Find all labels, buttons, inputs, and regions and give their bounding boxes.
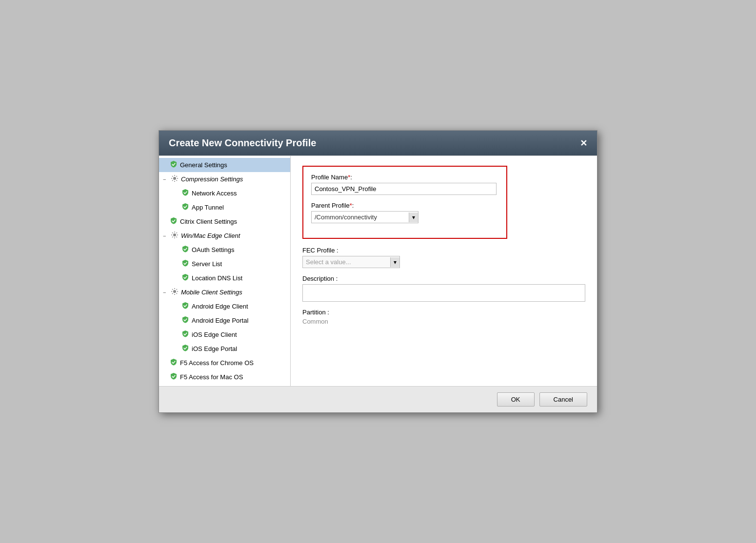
svg-point-1: [173, 233, 176, 236]
green-shield-icon: [181, 330, 192, 339]
green-shield-icon: [181, 245, 192, 254]
nav-item-label-f5-chrome-os: F5 Access for Chrome OS: [180, 359, 254, 367]
svg-point-0: [173, 177, 176, 180]
dialog-footer: OK Cancel: [159, 386, 597, 412]
nav-item-label-compression-settings: Compression Settings: [181, 175, 243, 183]
dialog-body: General Settings− Compression Settings N…: [159, 155, 597, 386]
green-shield-icon: [181, 344, 192, 353]
expand-btn-mobile-client-settings[interactable]: −: [163, 290, 169, 295]
nav-item-ios-edge-client[interactable]: iOS Edge Client: [159, 328, 290, 342]
nav-item-mobile-client-settings[interactable]: − Mobile Client Settings: [159, 285, 290, 299]
nav-item-label-f5-mac-os: F5 Access for Mac OS: [180, 373, 243, 381]
nav-item-app-tunnel[interactable]: App Tunnel: [159, 200, 290, 214]
fec-dropdown-btn[interactable]: ▾: [390, 257, 399, 267]
dialog-title: Create New Connectivity Profile: [169, 137, 316, 149]
dialog-title-bar: Create New Connectivity Profile ✕: [159, 131, 597, 155]
expand-btn-win-mac-edge-client[interactable]: −: [163, 233, 169, 239]
description-label: Description :: [302, 275, 585, 282]
nav-item-android-edge-portal[interactable]: Android Edge Portal: [159, 313, 290, 328]
parent-profile-label: Parent Profile*:: [311, 202, 498, 209]
green-shield-icon: [181, 316, 192, 325]
green-shield-icon: [170, 160, 180, 170]
green-shield-icon: [181, 189, 192, 198]
cancel-button[interactable]: Cancel: [539, 392, 587, 407]
gear-icon: [171, 231, 181, 240]
gear-icon: [171, 175, 181, 184]
nav-item-label-ios-edge-portal: iOS Edge Portal: [192, 345, 237, 352]
nav-item-label-android-edge-client: Android Edge Client: [192, 303, 248, 310]
nav-item-label-ios-edge-client: iOS Edge Client: [192, 331, 237, 338]
svg-point-2: [173, 290, 176, 293]
green-shield-icon: [170, 372, 180, 382]
nav-item-citrix-client-settings[interactable]: Citrix Client Settings: [159, 214, 290, 229]
green-shield-icon: [181, 259, 192, 269]
nav-item-network-access[interactable]: Network Access: [159, 186, 290, 200]
profile-name-input[interactable]: [311, 183, 497, 195]
nav-item-compression-settings[interactable]: − Compression Settings: [159, 172, 290, 186]
nav-panel: General Settings− Compression Settings N…: [159, 156, 291, 386]
parent-profile-value: /Common/connectivity: [312, 212, 409, 223]
fec-profile-select[interactable]: Select a value... ▾: [302, 256, 400, 268]
green-shield-icon: [181, 273, 192, 283]
profile-name-label: Profile Name*:: [311, 174, 498, 181]
nav-item-label-location-dns-list: Location DNS List: [192, 274, 242, 282]
fec-profile-section: FEC Profile : Select a value... ▾: [302, 247, 585, 268]
nav-item-label-server-list: Server List: [192, 260, 222, 268]
nav-item-label-general-settings: General Settings: [180, 161, 227, 169]
nav-item-f5-chrome-os[interactable]: F5 Access for Chrome OS: [159, 356, 290, 370]
parent-profile-select[interactable]: /Common/connectivity ▾: [311, 211, 418, 223]
create-profile-dialog: Create New Connectivity Profile ✕ Genera…: [159, 130, 597, 413]
green-shield-icon: [181, 302, 192, 311]
nav-item-label-win-mac-edge-client: Win/Mac Edge Client: [181, 232, 240, 239]
nav-item-general-settings[interactable]: General Settings: [159, 158, 290, 172]
partition-value: Common: [302, 318, 585, 325]
green-shield-icon: [170, 217, 180, 226]
expand-btn-compression-settings[interactable]: −: [163, 176, 169, 182]
fec-placeholder: Select a value...: [303, 256, 390, 268]
profile-name-group: Profile Name*:: [311, 174, 498, 195]
fec-profile-label: FEC Profile :: [302, 247, 585, 254]
content-panel: Profile Name*: Parent Profile*: /Common/…: [291, 156, 597, 386]
nav-item-label-android-edge-portal: Android Edge Portal: [192, 317, 248, 324]
nav-item-label-network-access: Network Access: [192, 190, 237, 197]
nav-item-android-edge-client[interactable]: Android Edge Client: [159, 299, 290, 313]
partition-group: Partition : Common: [302, 309, 585, 325]
green-shield-icon: [170, 358, 180, 368]
nav-item-oauth-settings[interactable]: OAuth Settings: [159, 243, 290, 257]
parent-profile-group: Parent Profile*: /Common/connectivity ▾: [311, 202, 498, 223]
nav-item-location-dns-list[interactable]: Location DNS List: [159, 271, 290, 285]
close-button[interactable]: ✕: [580, 139, 587, 148]
nav-item-win-mac-edge-client[interactable]: − Win/Mac Edge Client: [159, 229, 290, 243]
parent-profile-dropdown-btn[interactable]: ▾: [409, 213, 418, 222]
nav-item-server-list[interactable]: Server List: [159, 257, 290, 271]
nav-item-label-app-tunnel: App Tunnel: [192, 204, 224, 211]
partition-label: Partition :: [302, 309, 585, 316]
gear-icon: [171, 288, 181, 297]
description-input[interactable]: [302, 284, 585, 302]
nav-item-label-oauth-settings: OAuth Settings: [192, 246, 234, 253]
nav-item-label-mobile-client-settings: Mobile Client Settings: [181, 289, 242, 296]
description-group: Description :: [302, 275, 585, 302]
nav-item-label-citrix-client-settings: Citrix Client Settings: [180, 218, 237, 225]
nav-item-ios-edge-portal[interactable]: iOS Edge Portal: [159, 342, 290, 356]
nav-item-f5-mac-os[interactable]: F5 Access for Mac OS: [159, 370, 290, 384]
ok-button[interactable]: OK: [497, 392, 535, 407]
required-fields-section: Profile Name*: Parent Profile*: /Common/…: [302, 166, 507, 239]
green-shield-icon: [181, 203, 192, 212]
